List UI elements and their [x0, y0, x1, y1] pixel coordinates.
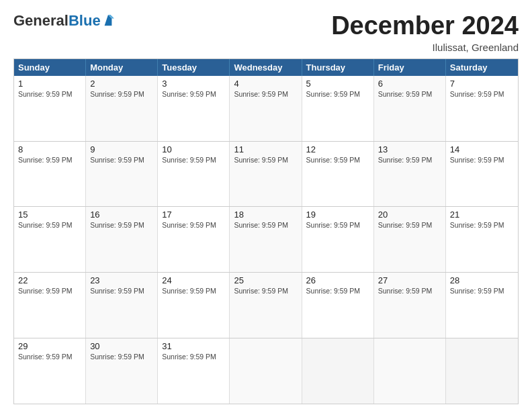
- sunrise: Sunrise: 9:59 PM: [162, 156, 216, 164]
- day-num: 28: [450, 275, 514, 285]
- calendar: Sunday Monday Tuesday Wednesday Thursday…: [13, 58, 519, 404]
- day-cell-20: 20 Sunrise: 9:59 PM: [374, 207, 446, 272]
- day-cell-5: 5 Sunrise: 9:59 PM: [302, 76, 374, 141]
- day-num: 15: [18, 210, 81, 220]
- day-cell-13: 13 Sunrise: 9:59 PM: [374, 142, 446, 207]
- day-num: 24: [162, 275, 225, 285]
- col-saturday: Saturday: [446, 59, 518, 76]
- calendar-header: Sunday Monday Tuesday Wednesday Thursday…: [14, 59, 518, 76]
- sunrise: Sunrise: 9:59 PM: [450, 90, 504, 98]
- sunrise: Sunrise: 9:59 PM: [234, 156, 288, 164]
- sunrise: Sunrise: 9:59 PM: [162, 90, 216, 98]
- sunrise: Sunrise: 9:59 PM: [234, 90, 288, 98]
- sunrise: Sunrise: 9:59 PM: [306, 221, 361, 229]
- day-cell-17: 17 Sunrise: 9:59 PM: [158, 207, 230, 272]
- month-title: December 2024: [331, 12, 519, 40]
- week-row-1: 1 Sunrise: 9:59 PM 2 Sunrise: 9:59 PM 3 …: [14, 76, 518, 142]
- col-tuesday: Tuesday: [158, 59, 230, 76]
- sunrise: Sunrise: 9:59 PM: [90, 287, 144, 295]
- logo-blue: Blue: [69, 12, 101, 30]
- day-num: 5: [306, 79, 369, 89]
- day-cell-empty-1: [230, 338, 302, 404]
- day-cell-3: 3 Sunrise: 9:59 PM: [158, 76, 230, 141]
- day-num: 21: [450, 210, 514, 220]
- sunrise: Sunrise: 9:59 PM: [162, 353, 216, 361]
- day-num: 4: [234, 79, 297, 89]
- day-cell-25: 25 Sunrise: 9:59 PM: [230, 273, 302, 338]
- col-thursday: Thursday: [302, 59, 374, 76]
- sunrise: Sunrise: 9:59 PM: [450, 287, 504, 295]
- sunrise: Sunrise: 9:59 PM: [306, 156, 361, 164]
- day-num: 22: [18, 275, 81, 285]
- sunrise: Sunrise: 9:59 PM: [378, 287, 433, 295]
- col-sunday: Sunday: [14, 59, 86, 76]
- day-num: 25: [234, 275, 297, 285]
- day-cell-8: 8 Sunrise: 9:59 PM: [14, 142, 86, 207]
- sunrise: Sunrise: 9:59 PM: [90, 156, 144, 164]
- sunrise: Sunrise: 9:59 PM: [378, 221, 433, 229]
- day-num: 10: [162, 144, 225, 154]
- logo-icon: [102, 15, 114, 27]
- sunrise: Sunrise: 9:59 PM: [306, 90, 361, 98]
- day-cell-28: 28 Sunrise: 9:59 PM: [446, 273, 518, 338]
- sunrise: Sunrise: 9:59 PM: [18, 287, 73, 295]
- sunrise: Sunrise: 9:59 PM: [234, 221, 288, 229]
- day-num: 12: [306, 144, 369, 154]
- sunrise: Sunrise: 9:59 PM: [450, 221, 504, 229]
- day-cell-4: 4 Sunrise: 9:59 PM: [230, 76, 302, 141]
- sunrise: Sunrise: 9:59 PM: [90, 221, 144, 229]
- sunrise: Sunrise: 9:59 PM: [378, 90, 433, 98]
- day-num: 14: [450, 144, 514, 154]
- day-cell-14: 14 Sunrise: 9:59 PM: [446, 142, 518, 207]
- logo-general: General: [13, 12, 69, 30]
- sunrise: Sunrise: 9:59 PM: [18, 353, 73, 361]
- week-row-4: 22 Sunrise: 9:59 PM 23 Sunrise: 9:59 PM …: [14, 273, 518, 338]
- day-cell-15: 15 Sunrise: 9:59 PM: [14, 207, 86, 272]
- col-monday: Monday: [86, 59, 158, 76]
- day-cell-11: 11 Sunrise: 9:59 PM: [230, 142, 302, 207]
- location: Ilulissat, Greenland: [331, 42, 519, 53]
- col-wednesday: Wednesday: [230, 59, 302, 76]
- day-cell-29: 29 Sunrise: 9:59 PM: [14, 338, 86, 404]
- day-cell-30: 30 Sunrise: 9:59 PM: [86, 338, 158, 404]
- sunrise: Sunrise: 9:59 PM: [162, 221, 216, 229]
- day-num: 19: [306, 210, 369, 220]
- col-friday: Friday: [374, 59, 446, 76]
- day-num: 20: [378, 210, 441, 220]
- logo: GeneralBlue: [13, 12, 114, 30]
- day-cell-21: 21 Sunrise: 9:59 PM: [446, 207, 518, 272]
- logo-text: GeneralBlue: [13, 12, 114, 30]
- day-num: 23: [90, 275, 153, 285]
- sunrise: Sunrise: 9:59 PM: [90, 353, 144, 361]
- day-cell-23: 23 Sunrise: 9:59 PM: [86, 273, 158, 338]
- day-cell-empty-3: [374, 338, 446, 404]
- day-num: 1: [18, 79, 81, 89]
- header: GeneralBlue December 2024 Ilulissat, Gre…: [13, 12, 519, 53]
- day-cell-1: 1 Sunrise: 9:59 PM: [14, 76, 86, 141]
- day-num: 9: [90, 144, 153, 154]
- sunrise: Sunrise: 9:59 PM: [18, 221, 73, 229]
- day-cell-12: 12 Sunrise: 9:59 PM: [302, 142, 374, 207]
- week-row-3: 15 Sunrise: 9:59 PM 16 Sunrise: 9:59 PM …: [14, 207, 518, 273]
- day-num: 3: [162, 79, 225, 89]
- day-cell-18: 18 Sunrise: 9:59 PM: [230, 207, 302, 272]
- day-num: 7: [450, 79, 514, 89]
- day-cell-10: 10 Sunrise: 9:59 PM: [158, 142, 230, 207]
- day-num: 8: [18, 144, 81, 154]
- day-cell-27: 27 Sunrise: 9:59 PM: [374, 273, 446, 338]
- page: GeneralBlue December 2024 Ilulissat, Gre…: [0, 0, 532, 411]
- day-num: 16: [90, 210, 153, 220]
- sunrise: Sunrise: 9:59 PM: [18, 90, 73, 98]
- day-cell-22: 22 Sunrise: 9:59 PM: [14, 273, 86, 338]
- day-num: 2: [90, 79, 153, 89]
- day-cell-9: 9 Sunrise: 9:59 PM: [86, 142, 158, 207]
- day-num: 17: [162, 210, 225, 220]
- day-num: 27: [378, 275, 441, 285]
- day-cell-empty-4: [446, 338, 518, 404]
- day-cell-19: 19 Sunrise: 9:59 PM: [302, 207, 374, 272]
- title-block: December 2024 Ilulissat, Greenland: [331, 12, 519, 53]
- sunrise: Sunrise: 9:59 PM: [162, 287, 216, 295]
- day-num: 26: [306, 275, 369, 285]
- day-num: 31: [162, 341, 225, 351]
- sunrise: Sunrise: 9:59 PM: [450, 156, 504, 164]
